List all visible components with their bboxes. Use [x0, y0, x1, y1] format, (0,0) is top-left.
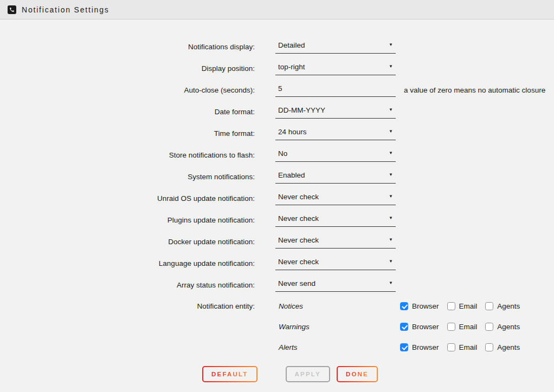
caret-down-icon: ▼ — [389, 173, 393, 177]
language-update-notification-select[interactable]: Never check ▼ — [275, 257, 396, 270]
settings-form: Notifications display: Detailed ▼ Displa… — [0, 36, 554, 382]
select-value: No — [278, 149, 287, 158]
caret-down-icon: ▼ — [389, 108, 393, 112]
field-label: Language update notification: — [0, 259, 255, 267]
notification-settings-page: Notification Settings Notifications disp… — [0, 0, 554, 392]
form-row: Docker update notification: Never check … — [0, 231, 554, 252]
warnings-browser-checkbox[interactable] — [400, 323, 408, 331]
alerts-agents-checkbox[interactable] — [485, 343, 493, 351]
select-value: 24 hours — [278, 128, 307, 136]
page-header: Notification Settings — [0, 0, 554, 19]
form-row: Language update notification: Never chec… — [0, 252, 554, 274]
docker-update-notification-select[interactable]: Never check ▼ — [275, 235, 396, 249]
field-label: Display position: — [0, 64, 255, 73]
checkbox-label: Agents — [497, 302, 520, 310]
checkbox-label: Email — [459, 343, 478, 351]
form-row: Array status notification: Never send ▼ — [0, 274, 554, 296]
auto-close-input[interactable] — [275, 83, 396, 97]
checkbox-label: Browser — [412, 323, 439, 331]
checkbox-label: Browser — [412, 302, 439, 310]
caret-down-icon: ▼ — [389, 194, 393, 199]
checkbox-label: Browser — [412, 343, 439, 351]
warnings-email-checkbox[interactable] — [447, 323, 455, 331]
form-row: Display position: top-right ▼ — [0, 57, 554, 79]
notices-agents-checkbox[interactable] — [485, 302, 493, 310]
field-label: Auto-close (seconds): — [0, 86, 255, 94]
field-label: Notifications display: — [0, 43, 255, 51]
field-label: Docker update notification: — [0, 238, 255, 246]
select-value: Never check — [278, 214, 319, 223]
page-title: Notification Settings — [22, 5, 109, 14]
entity-row-label: Warnings — [275, 323, 396, 331]
entity-row-label: Alerts — [275, 343, 396, 351]
caret-down-icon: ▼ — [389, 64, 393, 69]
checkbox-label: Agents — [497, 323, 520, 331]
form-row: Notifications display: Detailed ▼ — [0, 36, 554, 57]
notifications-display-select[interactable]: Detailed ▼ — [275, 40, 396, 54]
field-label: Notification entity: — [0, 302, 255, 310]
field-label: Plugins update notification: — [0, 216, 255, 224]
date-format-select[interactable]: DD-MM-YYYY ▼ — [275, 105, 396, 119]
caret-down-icon: ▼ — [389, 129, 393, 134]
field-label: Array status notification: — [0, 281, 255, 289]
select-value: Never check — [278, 193, 319, 201]
caret-down-icon: ▼ — [389, 43, 393, 47]
warnings-agents-checkbox[interactable] — [485, 323, 493, 331]
caret-down-icon: ▼ — [389, 238, 393, 242]
caret-down-icon: ▼ — [389, 259, 393, 264]
form-row: Plugins update notification: Never check… — [0, 209, 554, 231]
apply-button[interactable]: APPLY — [286, 366, 330, 382]
caret-down-icon: ▼ — [389, 151, 393, 155]
caret-down-icon: ▼ — [389, 216, 393, 220]
form-row: Store notifications to flash: No ▼ — [0, 144, 554, 166]
entity-row-label: Notices — [275, 302, 396, 310]
caret-down-icon: ▼ — [389, 281, 393, 285]
select-value: Never check — [278, 258, 319, 266]
notices-browser-checkbox[interactable] — [400, 302, 408, 310]
field-label: Time format: — [0, 129, 255, 138]
checkbox-label: Agents — [497, 343, 520, 351]
select-value: Detailed — [278, 41, 305, 49]
checkbox-label: Email — [459, 323, 478, 331]
select-value: top-right — [278, 63, 305, 71]
form-row: Time format: 24 hours ▼ — [0, 122, 554, 144]
time-format-select[interactable]: 24 hours ▼ — [275, 127, 396, 140]
button-row: DEFAULT APPLY DONE — [0, 366, 554, 382]
plugins-update-notification-select[interactable]: Never check ▼ — [275, 213, 396, 227]
select-value: Never check — [278, 236, 319, 244]
select-value: Never send — [278, 279, 315, 288]
alerts-browser-checkbox[interactable] — [400, 343, 408, 351]
select-value: DD-MM-YYYY — [278, 106, 325, 114]
form-row: Date format: DD-MM-YYYY ▼ — [0, 101, 554, 122]
alerts-email-checkbox[interactable] — [447, 343, 455, 351]
store-notifications-to-flash-select[interactable]: No ▼ — [275, 148, 396, 162]
display-position-select[interactable]: top-right ▼ — [275, 62, 396, 75]
done-button[interactable]: DONE — [337, 366, 378, 382]
array-status-notification-select[interactable]: Never send ▼ — [275, 278, 396, 292]
field-label: Date format: — [0, 108, 255, 116]
form-row: System notifications: Enabled ▼ — [0, 166, 554, 187]
field-label: Unraid OS update notification: — [0, 194, 255, 202]
checkbox-label: Email — [459, 302, 478, 310]
entity-row-warnings: Warnings Browser Email Agents — [0, 316, 554, 337]
notices-email-checkbox[interactable] — [447, 302, 455, 310]
auto-close-help: a value of zero means no automatic closu… — [404, 86, 545, 94]
phone-square-icon — [8, 5, 16, 14]
entity-row-alerts: Alerts Browser Email Agents — [0, 337, 554, 357]
entity-row-notices: Notification entity: Notices Browser Ema… — [0, 296, 554, 316]
field-label: Store notifications to flash: — [0, 151, 255, 159]
default-button[interactable]: DEFAULT — [202, 366, 257, 382]
unraid-os-update-notification-select[interactable]: Never check ▼ — [275, 192, 396, 205]
form-row: Unraid OS update notification: Never che… — [0, 187, 554, 209]
form-row: Auto-close (seconds): a value of zero me… — [0, 79, 554, 101]
system-notifications-select[interactable]: Enabled ▼ — [275, 170, 396, 184]
field-label: System notifications: — [0, 173, 255, 181]
select-value: Enabled — [278, 171, 305, 179]
